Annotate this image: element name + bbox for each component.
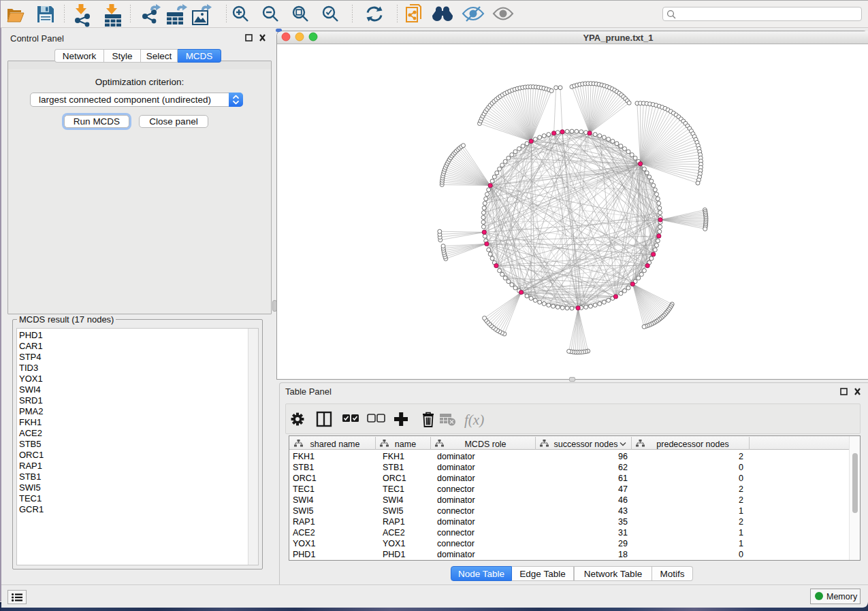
svg-text:f(x): f(x) bbox=[464, 412, 484, 428]
